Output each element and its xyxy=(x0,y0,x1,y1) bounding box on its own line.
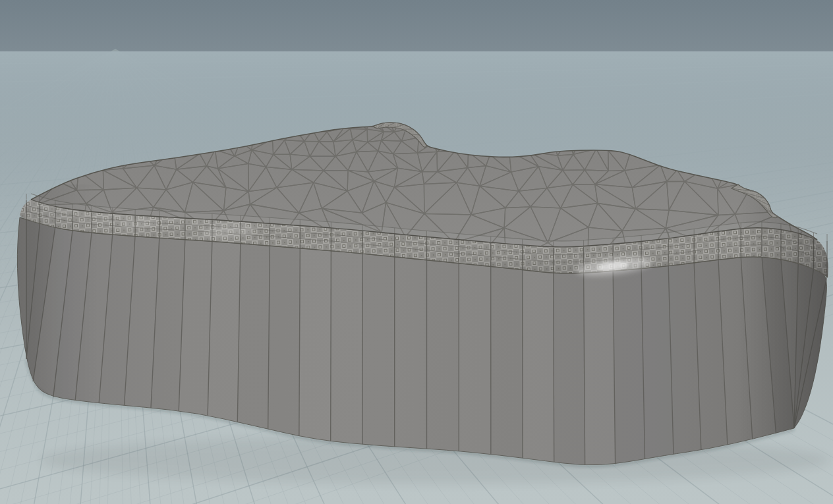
wall-facet xyxy=(395,256,427,449)
wall-panel-line xyxy=(331,250,331,441)
wall-facet xyxy=(362,253,395,447)
wall-facet xyxy=(268,245,301,436)
wall-facet xyxy=(426,260,459,451)
3d-viewport[interactable] xyxy=(0,0,833,504)
wall-facet xyxy=(299,248,331,441)
scene-render xyxy=(0,0,833,504)
wall-facet xyxy=(554,272,585,465)
wall-facet xyxy=(523,269,554,462)
wall-facet xyxy=(208,240,241,422)
wall-facet xyxy=(641,266,674,459)
wall-facet xyxy=(331,250,363,445)
wall-facet xyxy=(459,263,491,455)
wall-facet xyxy=(584,270,616,465)
wall-facet xyxy=(237,243,270,430)
wall-facet xyxy=(491,266,523,458)
wall-facet xyxy=(613,268,645,464)
